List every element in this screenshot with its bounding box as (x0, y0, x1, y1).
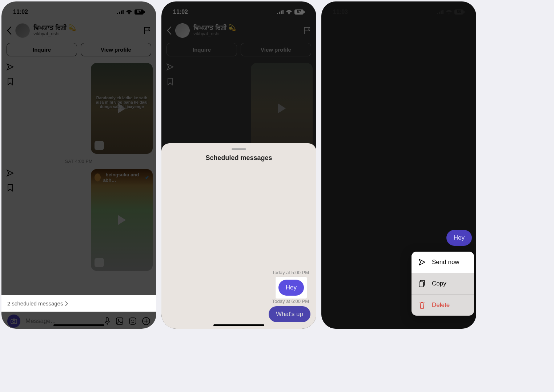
svg-rect-1 (119, 12, 120, 14)
status-time: 11:02 (13, 9, 28, 15)
svg-point-12 (118, 319, 119, 321)
verified-icon: ✔ (145, 175, 149, 180)
svg-rect-23 (304, 11, 305, 13)
play-icon (278, 103, 286, 113)
menu-send-now[interactable]: Send now (412, 252, 474, 273)
header-names[interactable]: ਵਿਖਯਾਤ ਰਿਸ਼ੀ 💫 vikhyat_rishi (33, 24, 76, 37)
chat-header: ਵਿਖਯਾਤ ਰਿਸ਼ੀ 💫 vikhyat_rishi (1, 20, 156, 41)
bookmark-icon[interactable] (7, 77, 13, 85)
share-icon (166, 63, 174, 71)
status-bar: 11:02 57 (161, 1, 316, 20)
battery-level: 56 (454, 9, 463, 15)
scheduled-list: Today at 5:00 PM Hey Today at 6:00 PM Wh… (161, 268, 316, 322)
avatar[interactable] (15, 23, 30, 38)
shared-media-row: Randomly ek ladke ke sath aisa mini vlog… (5, 63, 153, 154)
inquire-button[interactable]: Inquire (7, 43, 77, 56)
battery-icon: 56 (454, 9, 465, 15)
scheduled-messages-label: 2 scheduled messages (7, 300, 63, 307)
svg-rect-6 (144, 11, 145, 13)
header-button-row: Inquire View profile (161, 41, 316, 60)
shared-reel[interactable]: _beingsuku and abh… ✔ (91, 169, 153, 271)
media-side-actions (5, 169, 15, 192)
svg-rect-20 (282, 10, 284, 14)
gallery-icon[interactable] (116, 317, 124, 325)
scheduled-message-bubble[interactable]: What's up (269, 306, 310, 322)
reel-author-strip: _beingsuku and abh… ✔ (91, 169, 153, 186)
bookmark-icon[interactable] (7, 184, 13, 192)
svg-rect-19 (281, 11, 282, 14)
status-bar: 11:03 56 (321, 1, 476, 20)
sticker-icon[interactable] (129, 317, 137, 325)
plus-icon[interactable] (142, 317, 150, 325)
cellular-icon (277, 10, 284, 14)
shared-media-row: _beingsuku and abh… ✔ (5, 169, 153, 271)
svg-rect-13 (129, 318, 136, 324)
chevron-right-icon (65, 301, 68, 306)
svg-rect-9 (13, 319, 15, 320)
wifi-icon (446, 10, 452, 15)
phone-screenshot-3: 11:03 56 Hey Send now Copy (321, 1, 476, 329)
copy-icon (418, 280, 426, 288)
svg-rect-3 (123, 10, 124, 14)
reel-author-avatar (95, 173, 101, 181)
selected-message: Hey (446, 230, 472, 246)
sheet-title: Scheduled messages (161, 154, 316, 162)
inquire-button[interactable]: Inquire (166, 43, 237, 56)
svg-rect-26 (441, 11, 442, 14)
share-icon[interactable] (6, 63, 14, 71)
reels-icon (95, 141, 104, 150)
chat-body (161, 60, 316, 157)
avatar[interactable] (175, 23, 190, 38)
svg-point-28 (449, 13, 450, 14)
svg-rect-25 (439, 12, 440, 14)
share-icon[interactable] (6, 169, 14, 177)
svg-point-15 (133, 320, 134, 321)
status-icons: 56 (437, 9, 465, 15)
mic-icon[interactable] (104, 317, 111, 325)
menu-label: Copy (432, 280, 446, 287)
username: vikhyat_rishi (33, 31, 76, 37)
message-bubble[interactable]: Hey (446, 230, 472, 246)
status-icons: 57 (117, 9, 145, 15)
svg-rect-0 (117, 13, 118, 14)
svg-rect-27 (442, 10, 443, 14)
battery-icon: 57 (135, 9, 145, 15)
chat-header: ਵਿਖਯਾਤ ਰਿਸ਼ੀ 💫 vikhyat_rishi (161, 20, 316, 41)
view-profile-button[interactable]: View profile (241, 43, 311, 56)
back-button[interactable] (7, 26, 12, 35)
scheduled-message-bubble[interactable]: Hey (278, 280, 304, 296)
highlighted-bubble: Hey (276, 277, 307, 299)
message-input[interactable]: Message... (25, 317, 99, 325)
menu-copy[interactable]: Copy (412, 273, 474, 295)
flag-icon[interactable] (303, 26, 311, 35)
username: vikhyat_rishi (193, 31, 236, 37)
svg-rect-18 (279, 12, 280, 14)
cellular-icon (117, 10, 124, 14)
svg-rect-32 (419, 282, 423, 287)
svg-rect-2 (121, 11, 122, 14)
display-name: ਵਿਖਯਾਤ ਰਿਸ਼ੀ 💫 (193, 24, 236, 32)
view-profile-button[interactable]: View profile (81, 43, 151, 56)
reels-icon (95, 258, 104, 267)
status-time: 11:02 (173, 9, 188, 15)
timestamp: SAT 4:00 PM (5, 159, 153, 164)
back-button[interactable] (166, 26, 172, 35)
scheduled-messages-sheet[interactable]: Scheduled messages Today at 5:00 PM Hey … (161, 143, 316, 329)
flag-icon[interactable] (143, 26, 151, 35)
scheduled-messages-strip[interactable]: 2 scheduled messages (1, 295, 156, 312)
bookmark-icon (167, 77, 173, 85)
wifi-icon (286, 10, 292, 15)
chat-body[interactable]: Randomly ek ladke ke sath aisa mini vlog… (1, 60, 156, 295)
shared-reel[interactable]: Randomly ek ladke ke sath aisa mini vlog… (91, 63, 153, 154)
sheet-grabber[interactable] (232, 148, 246, 150)
status-icons: 57 (277, 9, 305, 15)
menu-delete[interactable]: Delete (412, 295, 474, 316)
reel-author-name: _beingsuku and abh… (103, 172, 143, 183)
battery-icon: 57 (294, 9, 305, 15)
camera-button[interactable] (7, 315, 20, 328)
svg-point-8 (13, 320, 15, 323)
menu-label: Send now (432, 259, 459, 266)
media-side-actions (5, 63, 15, 85)
battery-level: 57 (294, 9, 304, 15)
svg-rect-24 (437, 13, 438, 14)
